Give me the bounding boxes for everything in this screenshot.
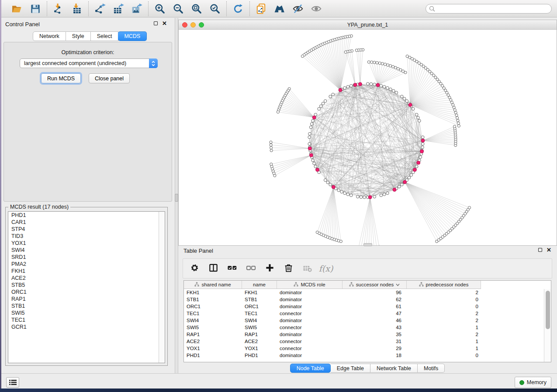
column-header-name[interactable]: name — [242, 281, 277, 289]
mcds-result-item[interactable]: YOX1 — [8, 240, 165, 247]
table-cell[interactable]: ORC1 — [242, 303, 277, 310]
tab-mcds[interactable]: MCDS — [118, 31, 147, 41]
new-network-from-selection-button[interactable] — [255, 2, 268, 15]
horizontal-splitter-handle[interactable] — [363, 243, 372, 246]
zoom-out-button[interactable] — [172, 2, 185, 15]
table-row[interactable]: SWI5SWI5connector431 — [184, 324, 544, 331]
tab-node-table[interactable]: Node Table — [290, 364, 331, 373]
first-neighbors-button[interactable] — [273, 2, 286, 15]
table-cell[interactable]: YOX1 — [184, 345, 242, 352]
table-cell[interactable]: STB1 — [242, 296, 277, 303]
table-row[interactable]: FKH1FKH1dominator962 — [184, 289, 544, 296]
table-row[interactable]: YOX1YOX1connector291 — [184, 345, 544, 352]
network-canvas[interactable] — [179, 30, 557, 245]
tab-select[interactable]: Select — [91, 31, 119, 41]
table-cell[interactable]: SWI4 — [184, 317, 242, 324]
search-input[interactable] — [426, 4, 552, 14]
zoom-in-button[interactable] — [153, 2, 166, 15]
mcds-result-item[interactable]: SRD1 — [8, 254, 165, 261]
mcds-result-item[interactable]: TEC1 — [8, 316, 165, 323]
mcds-result-item[interactable]: PHD1 — [8, 212, 165, 219]
tab-motifs[interactable]: Motifs — [418, 364, 445, 373]
column-header-predecessor-nodes[interactable]: predecessor nodes — [407, 281, 481, 289]
table-cell[interactable]: 18 — [343, 352, 407, 359]
criterion-dropdown[interactable]: largest connected component (undirected) — [20, 58, 158, 68]
export-table-button[interactable] — [112, 2, 125, 15]
table-cell[interactable]: ORC1 — [184, 303, 242, 310]
hide-selection-button[interactable] — [291, 2, 304, 15]
table-cell[interactable]: 61 — [343, 303, 407, 310]
table-cell[interactable]: dominator — [277, 317, 343, 324]
table-cell[interactable]: 62 — [343, 296, 407, 303]
table-cell[interactable]: dominator — [277, 331, 343, 338]
table-cell[interactable]: 47 — [343, 310, 407, 317]
table-scrollbar-thumb[interactable] — [546, 291, 550, 329]
table-cell[interactable]: 46 — [343, 317, 407, 324]
tab-style[interactable]: Style — [66, 31, 91, 41]
table-row[interactable]: RAP1RAP1dominator352 — [184, 331, 544, 338]
deselect-all-button[interactable] — [245, 262, 257, 275]
select-all-button[interactable] — [226, 262, 238, 275]
table-cell[interactable]: SWI4 — [242, 317, 277, 324]
gear-button[interactable] — [188, 262, 201, 275]
mcds-result-scrollbar[interactable] — [159, 212, 165, 363]
table-cell[interactable]: PHD1 — [242, 352, 277, 359]
table-cell[interactable]: connector — [277, 324, 343, 331]
table-cell[interactable]: 2 — [407, 289, 481, 296]
apply-layout-button[interactable] — [232, 2, 245, 15]
table-cell[interactable]: 29 — [343, 345, 407, 352]
import-network-button[interactable] — [52, 2, 65, 15]
delete-column-button[interactable] — [282, 262, 294, 275]
table-cell[interactable]: YOX1 — [242, 345, 277, 352]
columns-button[interactable] — [207, 262, 219, 275]
table-cell[interactable]: 0 — [407, 352, 481, 359]
table-cell[interactable]: 96 — [343, 289, 407, 296]
import-table-button[interactable] — [70, 2, 83, 15]
show-all-button[interactable] — [310, 2, 323, 15]
close-panel-button[interactable]: Close panel — [89, 73, 130, 83]
table-cell[interactable]: RAP1 — [184, 331, 242, 338]
mcds-result-item[interactable]: STB1 — [8, 303, 165, 309]
tab-network-table[interactable]: Network Table — [370, 364, 418, 373]
table-cell[interactable]: STB1 — [184, 296, 242, 303]
table-row[interactable]: ORC1ORC1dominator610 — [184, 303, 544, 310]
table-cell[interactable]: 2 — [407, 317, 481, 324]
mcds-result-item[interactable]: GCR1 — [8, 323, 165, 330]
table-row[interactable]: PHD1PHD1dominator180 — [184, 352, 544, 359]
tab-network[interactable]: Network — [33, 31, 66, 41]
table-row[interactable]: TEC1TEC1connector472 — [184, 310, 544, 317]
table-row[interactable]: SWI4SWI4dominator462 — [184, 317, 544, 324]
mcds-result-item[interactable]: RAP1 — [8, 296, 165, 303]
mcds-result-item[interactable]: SWI4 — [8, 247, 165, 254]
table-cell[interactable]: connector — [277, 310, 343, 317]
export-network-button[interactable] — [93, 2, 107, 15]
table-cell[interactable]: 43 — [343, 324, 407, 331]
open-file-button[interactable] — [10, 2, 24, 15]
memory-button[interactable]: Memory — [515, 377, 551, 388]
table-cell[interactable]: connector — [277, 338, 343, 345]
table-row[interactable]: ACE2ACE2connector311 — [184, 338, 544, 345]
float-panel-icon[interactable] — [538, 248, 542, 252]
table-cell[interactable]: RAP1 — [242, 331, 277, 338]
table-cell[interactable]: 31 — [343, 338, 407, 345]
table-cell[interactable]: SWI5 — [184, 324, 242, 331]
table-cell[interactable]: 2 — [407, 310, 481, 317]
mcds-result-item[interactable]: STP4 — [8, 226, 165, 233]
table-cell[interactable]: dominator — [277, 352, 343, 359]
table-cell[interactable]: 0 — [407, 303, 481, 310]
mcds-result-item[interactable]: CAR1 — [8, 219, 165, 226]
column-header-MCDS-role[interactable]: MCDS role — [277, 281, 343, 289]
column-header-shared-name[interactable]: shared name — [184, 281, 242, 289]
table-cell[interactable]: 0 — [407, 296, 481, 303]
close-panel-icon[interactable]: ✕ — [547, 248, 551, 252]
mcds-result-item[interactable]: ACE2 — [8, 275, 165, 282]
table-cell[interactable]: TEC1 — [184, 310, 242, 317]
zoom-selected-button[interactable] — [208, 2, 221, 15]
table-cell[interactable]: 1 — [407, 338, 481, 345]
table-cell[interactable]: 35 — [343, 331, 407, 338]
mcds-result-item[interactable]: PMA2 — [8, 261, 165, 268]
mcds-result-item[interactable]: FKH1 — [8, 268, 165, 275]
table-cell[interactable]: ACE2 — [184, 338, 242, 345]
zoom-fit-button[interactable] — [190, 2, 203, 15]
table-cell[interactable]: 2 — [407, 331, 481, 338]
